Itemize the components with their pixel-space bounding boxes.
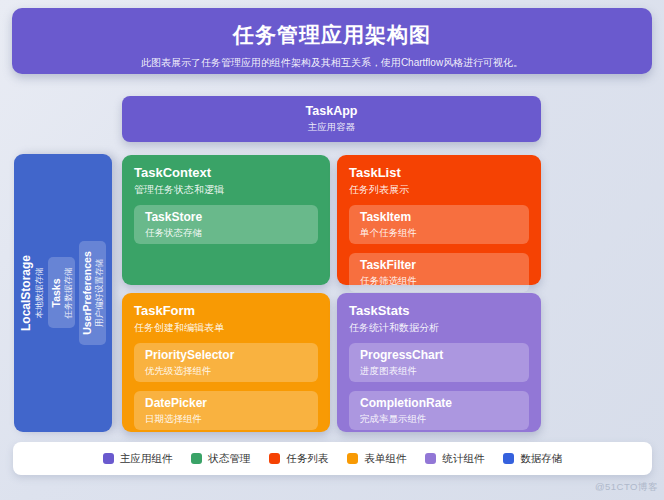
- node-taskapp-desc: 主应用容器: [122, 121, 541, 134]
- legend-item-main-app: 主应用组件: [103, 452, 173, 466]
- node-localstorage-name: LocalStorage: [19, 154, 33, 432]
- legend-label-storage: 数据存储: [520, 452, 562, 466]
- node-priorityselector-desc: 优先级选择组件: [145, 365, 307, 377]
- node-localstorage-body: LocalStorage 本地数据存储 Tasks 任务数据存储 UserPre…: [14, 154, 112, 432]
- watermark: @51CTO博客: [595, 481, 658, 494]
- node-priorityselector: PrioritySelector 优先级选择组件: [134, 343, 318, 382]
- node-taskcontext-name: TaskContext: [134, 165, 318, 180]
- node-taskfilter-name: TaskFilter: [360, 258, 518, 272]
- node-completionrate-desc: 完成率显示组件: [360, 413, 518, 425]
- node-completionrate: CompletionRate 完成率显示组件: [349, 391, 529, 430]
- node-localstorage-desc: 本地数据存储: [34, 154, 44, 432]
- node-taskstore-name: TaskStore: [145, 210, 307, 224]
- legend-label-tasklist: 任务列表: [286, 452, 328, 466]
- diagram-title: 任务管理应用架构图: [12, 8, 652, 49]
- node-userpreferences-name: UserPreferences: [81, 251, 94, 334]
- node-tasks-name: Tasks: [50, 268, 63, 319]
- node-taskstats-desc: 任务统计和数据分析: [349, 322, 529, 334]
- node-taskitem-desc: 单个任务组件: [360, 227, 518, 239]
- node-tasks: Tasks 任务数据存储: [48, 258, 75, 329]
- node-taskform-desc: 任务创建和编辑表单: [134, 322, 318, 334]
- node-taskstore: TaskStore 任务状态存储: [134, 205, 318, 244]
- legend-item-form: 表单组件: [347, 452, 406, 466]
- node-datepicker-desc: 日期选择组件: [145, 413, 307, 425]
- node-taskfilter-desc: 任务筛选组件: [360, 275, 518, 287]
- diagram-subtitle: 此图表展示了任务管理应用的组件架构及其相互关系，使用Chartflow风格进行可…: [12, 56, 652, 70]
- node-progresschart-name: ProgressChart: [360, 348, 518, 362]
- legend-label-form: 表单组件: [364, 452, 406, 466]
- legend-item-tasklist: 任务列表: [269, 452, 328, 466]
- node-progresschart-desc: 进度图表组件: [360, 365, 518, 377]
- legend-swatch-form: [347, 453, 358, 464]
- node-taskstore-desc: 任务状态存储: [145, 227, 307, 239]
- node-priorityselector-name: PrioritySelector: [145, 348, 307, 362]
- legend-swatch-stats: [425, 453, 436, 464]
- node-taskitem: TaskItem 单个任务组件: [349, 205, 529, 244]
- node-taskapp: TaskApp 主应用容器: [122, 96, 541, 142]
- legend-swatch-state: [191, 453, 202, 464]
- node-completionrate-name: CompletionRate: [360, 396, 518, 410]
- node-userpreferences: UserPreferences 用户偏好设置存储: [79, 241, 106, 344]
- node-taskapp-name: TaskApp: [122, 104, 541, 118]
- node-progresschart: ProgressChart 进度图表组件: [349, 343, 529, 382]
- node-datepicker: DatePicker 日期选择组件: [134, 391, 318, 430]
- legend-bar: 主应用组件 状态管理 任务列表 表单组件 统计组件 数据存储: [13, 442, 652, 475]
- node-datepicker-name: DatePicker: [145, 396, 307, 410]
- legend-item-state: 状态管理: [191, 452, 250, 466]
- legend-swatch-storage: [503, 453, 514, 464]
- node-tasklist: TaskList 任务列表展示 TaskItem 单个任务组件 TaskFilt…: [337, 155, 541, 285]
- node-taskform: TaskForm 任务创建和编辑表单 PrioritySelector 优先级选…: [122, 293, 330, 432]
- legend-swatch-main-app: [103, 453, 114, 464]
- node-localstorage: LocalStorage 本地数据存储 Tasks 任务数据存储 UserPre…: [14, 154, 112, 432]
- node-taskstats-name: TaskStats: [349, 303, 529, 318]
- legend-label-stats: 统计组件: [442, 452, 484, 466]
- node-userpreferences-desc: 用户偏好设置存储: [94, 251, 104, 334]
- legend-item-stats: 统计组件: [425, 452, 484, 466]
- legend-label-main-app: 主应用组件: [120, 452, 173, 466]
- node-taskitem-name: TaskItem: [360, 210, 518, 224]
- architecture-diagram: 任务管理应用架构图 此图表展示了任务管理应用的组件架构及其相互关系，使用Char…: [0, 0, 664, 500]
- node-tasks-desc: 任务数据存储: [63, 268, 73, 319]
- legend-label-state: 状态管理: [208, 452, 250, 466]
- node-taskform-name: TaskForm: [134, 303, 318, 318]
- legend-item-storage: 数据存储: [503, 452, 562, 466]
- node-taskcontext: TaskContext 管理任务状态和逻辑 TaskStore 任务状态存储: [122, 155, 330, 285]
- node-taskfilter: TaskFilter 任务筛选组件: [349, 253, 529, 292]
- node-tasklist-name: TaskList: [349, 165, 529, 180]
- node-taskcontext-desc: 管理任务状态和逻辑: [134, 184, 318, 196]
- node-tasklist-desc: 任务列表展示: [349, 184, 529, 196]
- diagram-header: 任务管理应用架构图 此图表展示了任务管理应用的组件架构及其相互关系，使用Char…: [12, 8, 652, 74]
- legend-swatch-tasklist: [269, 453, 280, 464]
- node-taskstats: TaskStats 任务统计和数据分析 ProgressChart 进度图表组件…: [337, 293, 541, 432]
